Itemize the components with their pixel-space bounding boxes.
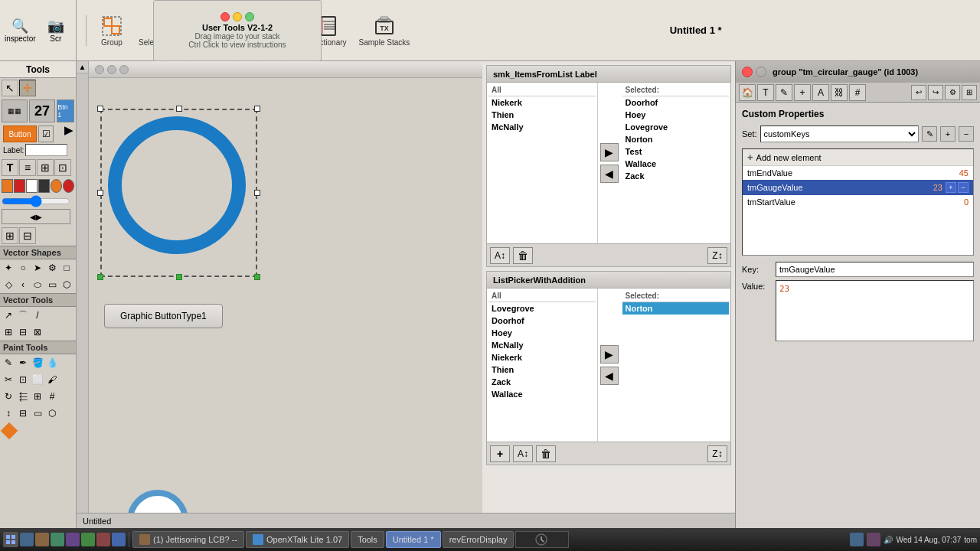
field-tool-spin2[interactable]: ⊡ xyxy=(54,159,71,176)
tray-icon-1[interactable] xyxy=(850,533,864,546)
list1-delete[interactable]: 🗑 xyxy=(513,247,533,264)
pt-select-rect[interactable]: ▭ xyxy=(31,406,44,420)
pt-fill[interactable]: 🪣 xyxy=(31,356,44,370)
canvas-max-btn[interactable] xyxy=(119,65,129,74)
swatch-circle[interactable] xyxy=(51,179,62,193)
volume-icon[interactable]: 🔊 xyxy=(884,536,893,544)
canvas-tile-1[interactable]: ▦▦ xyxy=(2,99,28,122)
prop-del-icon[interactable]: − xyxy=(958,182,969,193)
taskbar-icon-7[interactable] xyxy=(112,533,126,546)
handle-tm[interactable] xyxy=(176,106,182,112)
pt-brush[interactable]: 🖌 xyxy=(45,373,59,386)
list1-sort-za[interactable]: Z↕ xyxy=(707,247,727,264)
set-dropdown[interactable]: customKeys xyxy=(760,126,919,142)
spinner-control[interactable]: ◀▶ xyxy=(2,209,70,224)
taskbar-app-reverror[interactable]: revErrorDisplay xyxy=(443,531,514,548)
pt-magic[interactable]: ✂ xyxy=(2,373,15,386)
list2-item-zack[interactable]: Zack xyxy=(488,376,596,388)
list2-remove-arrow[interactable]: ◀ xyxy=(600,367,619,385)
taskbar-app-untitled[interactable]: Untitled 1 * xyxy=(386,531,441,548)
list1-sel-lovegrove[interactable]: Lovegrove xyxy=(622,121,730,133)
inspector-tab-text[interactable]: T xyxy=(757,84,774,101)
list1-add-arrow[interactable]: ▶ xyxy=(600,143,619,161)
vt-align[interactable]: ⊠ xyxy=(31,325,44,339)
pt-skew[interactable]: ⬱ xyxy=(16,390,30,403)
canvas-close-btn[interactable] xyxy=(95,65,104,74)
pt-lasso[interactable]: ⬜ xyxy=(31,373,44,386)
handle-ml[interactable] xyxy=(97,190,103,196)
button-widget[interactable]: Button xyxy=(3,126,37,142)
handle-tr[interactable] xyxy=(254,106,260,112)
pt-polygon[interactable]: ⬡ xyxy=(45,406,59,420)
extra-tool-2[interactable]: ⊟ xyxy=(19,227,36,244)
set-del-btn[interactable]: − xyxy=(959,126,974,142)
taskbar-icon-2[interactable] xyxy=(35,533,49,546)
other-shape[interactable]: ⬡ xyxy=(60,278,74,292)
taskbar-icon-3[interactable] xyxy=(51,533,64,546)
pt-grid[interactable]: # xyxy=(45,390,59,403)
star-shape[interactable]: ✦ xyxy=(2,261,15,275)
handle-mr[interactable] xyxy=(254,190,260,196)
list1-sort-az[interactable]: A↕ xyxy=(490,247,510,264)
canvas-min-btn[interactable] xyxy=(107,65,116,74)
scroll-up-btn[interactable]: ▲ xyxy=(77,61,88,73)
screenshot-button[interactable]: 📷 Scr xyxy=(39,18,74,43)
list1-sel-doorhof[interactable]: Doorhof xyxy=(622,96,730,109)
list2-item-wallace[interactable]: Wallace xyxy=(488,388,596,400)
swatch-white[interactable] xyxy=(26,179,38,193)
list1-item-thien[interactable]: Thien xyxy=(488,109,596,121)
set-edit-btn[interactable]: ✎ xyxy=(922,126,937,142)
swatch-black[interactable] xyxy=(38,179,50,193)
list1-sel-test[interactable]: Test xyxy=(622,145,730,158)
vt-line[interactable]: / xyxy=(31,308,44,322)
inspector-close-btn[interactable] xyxy=(742,67,753,77)
field-tool-lines[interactable]: ≡ xyxy=(19,159,36,176)
diamond-shape[interactable]: ◇ xyxy=(2,278,15,292)
circle-shape[interactable]: ○ xyxy=(16,261,30,275)
list2-sort-za[interactable]: Z↕ xyxy=(707,445,727,462)
sample-stacks-tool[interactable]: TX Sample Stacks xyxy=(354,12,415,48)
list1-sel-norton[interactable]: Norton xyxy=(622,133,730,145)
value-input[interactable]: 23 xyxy=(776,280,974,341)
inspector-tab-A[interactable]: A xyxy=(812,84,829,101)
taskbar-icon-4[interactable] xyxy=(66,533,80,546)
list2-item-niekerk[interactable]: Niekerk xyxy=(488,351,596,364)
prop-row-end-value[interactable]: tmEndValue 45 xyxy=(743,166,973,180)
ut-max-btn[interactable] xyxy=(245,12,254,21)
vt-group[interactable]: ⊞ xyxy=(2,325,15,339)
size-slider[interactable] xyxy=(2,196,70,207)
inspector-tab-r4[interactable]: ⊞ xyxy=(962,85,977,100)
list1-item-mcnally[interactable]: McNally xyxy=(488,121,596,133)
list2-item-mcnally[interactable]: McNally xyxy=(488,339,596,351)
inspector-tab-r1[interactable]: ↩ xyxy=(911,85,926,100)
vt-select[interactable]: ↗ xyxy=(2,308,15,322)
pt-rotate[interactable]: ↻ xyxy=(2,390,15,403)
label-input[interactable] xyxy=(25,144,67,156)
field-tool-spin1[interactable]: ⊞ xyxy=(37,159,54,176)
set-add-btn[interactable]: + xyxy=(940,126,956,142)
list2-item-lovegrove[interactable]: Lovegrove xyxy=(488,302,596,315)
swatch-red[interactable] xyxy=(14,179,25,193)
extra-tool-1[interactable]: ⊞ xyxy=(2,227,18,244)
pt-pen[interactable]: ✒ xyxy=(16,356,30,370)
pt-merge[interactable]: ⊟ xyxy=(16,406,30,420)
inspector-tab-r3[interactable]: ⚙ xyxy=(945,85,960,100)
handle-bm[interactable] xyxy=(176,274,182,280)
handle-tl[interactable] xyxy=(97,106,103,112)
select-tool[interactable]: ↖ xyxy=(2,80,18,96)
chevron-shape[interactable]: ‹ xyxy=(16,278,30,292)
list2-add-btn[interactable]: + xyxy=(490,445,510,462)
list1-remove-arrow[interactable]: ◀ xyxy=(600,165,619,183)
vt-layers[interactable]: ⊟ xyxy=(16,325,30,339)
vertical-scrollbar[interactable]: ▲ ▼ xyxy=(77,61,89,528)
inspector-tab-grid[interactable]: # xyxy=(849,84,866,101)
handle-br[interactable] xyxy=(254,274,260,280)
move-tool[interactable]: ✛ xyxy=(19,80,36,96)
pt-eraser[interactable]: ⊡ xyxy=(16,373,30,386)
list2-item-thien[interactable]: Thien xyxy=(488,364,596,376)
taskbar-app-tools[interactable]: Tools xyxy=(351,531,384,548)
list2-sel-norton[interactable]: Norton xyxy=(622,302,730,315)
blue-circle[interactable] xyxy=(108,116,246,254)
pt-pencil[interactable]: ✎ xyxy=(2,356,15,370)
pt-flip[interactable]: ↕ xyxy=(2,406,15,420)
